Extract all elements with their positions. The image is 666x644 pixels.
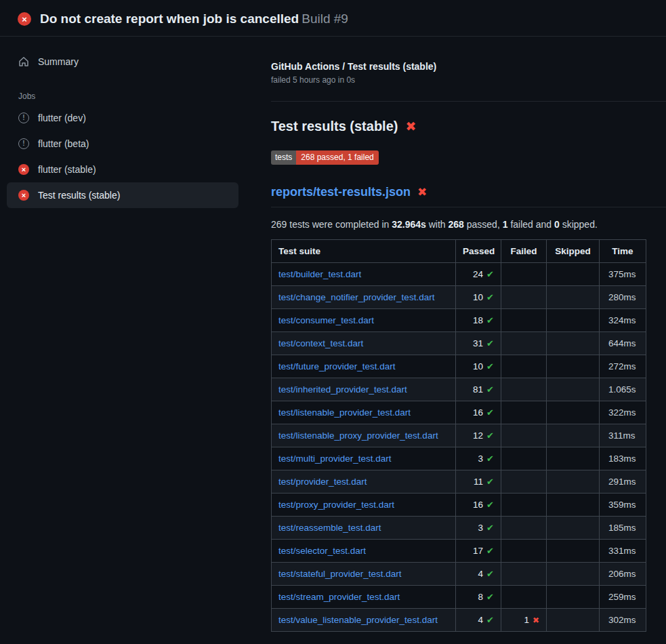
sidebar-item-test-results-stable[interactable]: × Test results (stable): [7, 182, 238, 208]
divider: [271, 101, 666, 102]
summary-passed: 268: [449, 219, 464, 230]
time-value: 311ms: [600, 424, 646, 447]
sidebar-item-summary[interactable]: Summary: [7, 49, 238, 75]
home-icon: [18, 56, 29, 67]
main-content: GitHub Actions / Test results (stable) f…: [247, 37, 666, 632]
check-icon: ✔: [486, 546, 494, 556]
test-suite-link[interactable]: test/listenable_provider_test.dart: [278, 407, 411, 418]
table-row: test/stateful_provider_test.dart 4✔ ✖ 20…: [272, 563, 646, 586]
status-line: failed 5 hours ago in 0s: [271, 75, 666, 85]
summary-text: passed,: [464, 219, 503, 230]
job-label: flutter (stable): [38, 164, 96, 175]
time-value: 375ms: [600, 263, 646, 286]
table-row: test/provider_test.dart 11✔ ✖ 291ms: [272, 470, 646, 494]
check-icon: ✔: [486, 430, 494, 441]
col-failed: Failed: [501, 240, 547, 263]
test-suite-link[interactable]: test/value_listenable_provider_test.dart: [278, 615, 438, 625]
passed-count: 11: [474, 477, 483, 487]
failed-status-icon: ×: [18, 12, 31, 26]
test-suite-link[interactable]: test/selector_test.dart: [278, 546, 366, 556]
col-skipped: Skipped: [547, 240, 600, 263]
time-value: 359ms: [600, 494, 646, 517]
sidebar-item-flutter-dev[interactable]: ! flutter (dev): [7, 105, 238, 131]
col-passed: Passed: [456, 240, 501, 263]
job-label: Test results (stable): [38, 190, 120, 201]
report-title-row: reports/test-results.json ✖: [271, 185, 666, 207]
jobs-section-label: Jobs: [18, 92, 238, 101]
test-suite-link[interactable]: test/stateful_provider_test.dart: [278, 569, 402, 579]
passed-count: 16: [473, 500, 483, 510]
passed-count: 24: [473, 269, 483, 279]
sidebar-item-flutter-stable[interactable]: × flutter (stable): [7, 157, 238, 182]
time-value: 185ms: [600, 517, 646, 540]
breadcrumb: GitHub Actions / Test results (stable): [271, 61, 666, 72]
check-icon: ✔: [486, 361, 494, 371]
build-title-text: Do not create report when job is cancell…: [40, 12, 299, 26]
table-row: test/builder_test.dart 24✔ ✖ 375ms: [272, 263, 646, 286]
table-row: test/listenable_proxy_provider_test.dart…: [272, 424, 646, 447]
time-value: 183ms: [600, 447, 646, 470]
table-row: test/consumer_test.dart 18✔ ✖ 324ms: [272, 309, 646, 332]
passed-count: 18: [473, 315, 483, 325]
passed-count: 4: [478, 569, 484, 579]
col-test-suite: Test suite: [272, 240, 456, 263]
time-value: 331ms: [600, 540, 646, 563]
test-suite-link[interactable]: test/future_provider_test.dart: [278, 361, 396, 371]
table-row: test/context_test.dart 31✔ ✖ 644ms: [272, 332, 646, 355]
passed-count: 12: [473, 430, 483, 441]
tests-summary-line: 269 tests were completed in 32.964s with…: [271, 219, 666, 230]
tests-badge: tests 268 passed, 1 failed: [271, 150, 379, 165]
check-icon: ✔: [486, 315, 494, 325]
summary-label: Summary: [38, 56, 79, 67]
check-icon: ✔: [486, 338, 494, 348]
passed-count: 81: [473, 384, 483, 395]
summary-time: 32.964s: [392, 219, 426, 230]
passed-count: 17: [473, 546, 483, 556]
table-row: test/change_notifier_provider_test.dart …: [272, 286, 646, 309]
passed-count: 31: [473, 338, 483, 348]
test-suite-link[interactable]: test/context_test.dart: [278, 338, 363, 348]
time-value: 644ms: [600, 332, 646, 355]
section-title-row: Test results (stable) ✖: [271, 119, 666, 134]
check-icon: ✔: [486, 477, 494, 487]
test-suite-link[interactable]: test/provider_test.dart: [278, 477, 367, 487]
check-icon: ✔: [486, 500, 494, 510]
check-icon: ✔: [486, 269, 494, 279]
table-row: test/stream_provider_test.dart 8✔ ✖ 259m…: [272, 586, 646, 609]
summary-text: with: [426, 219, 449, 230]
section-title: Test results (stable): [271, 119, 398, 134]
check-icon: ✔: [486, 523, 494, 533]
check-icon: ✔: [486, 454, 494, 464]
test-suite-link[interactable]: test/consumer_test.dart: [278, 315, 374, 325]
table-row: test/inherited_provider_test.dart 81✔ ✖ …: [272, 378, 646, 401]
test-suite-link[interactable]: test/builder_test.dart: [278, 269, 361, 279]
time-value: 291ms: [600, 470, 646, 494]
passed-count: 10: [473, 361, 483, 371]
results-table: Test suite Passed Failed Skipped Time te…: [271, 239, 646, 632]
table-row: test/future_provider_test.dart 10✔ ✖ 272…: [272, 355, 646, 378]
passed-count: 4: [478, 615, 484, 625]
test-suite-link[interactable]: test/stream_provider_test.dart: [278, 592, 400, 602]
results-table-body: test/builder_test.dart 24✔ ✖ 375ms test/…: [272, 263, 646, 632]
sidebar-item-flutter-beta[interactable]: ! flutter (beta): [7, 131, 238, 157]
sidebar: Summary Jobs ! flutter (dev) ! flutter (…: [0, 37, 247, 208]
time-value: 302ms: [600, 609, 646, 632]
report-link[interactable]: reports/test-results.json: [271, 185, 411, 199]
test-suite-link[interactable]: test/inherited_provider_test.dart: [278, 384, 407, 395]
check-icon: ✔: [486, 569, 494, 579]
test-suite-link[interactable]: test/multi_provider_test.dart: [278, 454, 392, 464]
test-suite-link[interactable]: test/listenable_proxy_provider_test.dart: [278, 430, 438, 441]
test-suite-link[interactable]: test/change_notifier_provider_test.dart: [278, 292, 434, 302]
passed-count: 3: [478, 523, 484, 533]
check-icon: ✔: [486, 407, 494, 418]
col-time: Time: [600, 240, 646, 263]
table-row: test/listenable_provider_test.dart 16✔ ✖…: [272, 401, 646, 424]
test-suite-link[interactable]: test/reassemble_test.dart: [278, 523, 381, 533]
summary-failed: 1: [503, 219, 508, 230]
check-icon: ✔: [486, 384, 494, 395]
test-suite-link[interactable]: test/proxy_provider_test.dart: [278, 500, 394, 510]
cross-icon: ✖: [405, 120, 416, 133]
time-value: 322ms: [600, 401, 646, 424]
check-icon: ✔: [486, 292, 494, 302]
passed-count: 3: [478, 454, 484, 464]
